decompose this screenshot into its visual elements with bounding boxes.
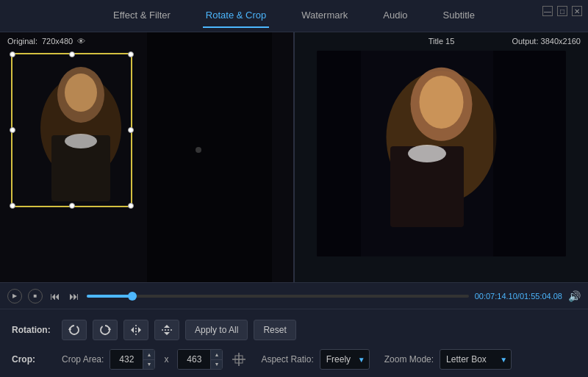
crop-overlay[interactable] [11,53,132,207]
tab-effect-filter[interactable]: Effect & Filter [110,4,173,28]
center-crop-icon[interactable] [229,349,249,370]
rotate-left-icon [68,323,81,337]
crop-width-spinbox[interactable]: ▲ ▼ [110,349,155,370]
aspect-ratio-label: Aspect Ratio: [261,354,313,365]
original-resolution: 720x480 [42,37,73,46]
crop-handle-br[interactable] [128,203,134,209]
crop-handle-bl[interactable] [10,203,15,209]
title-label: Title 15 [429,37,455,46]
close-button[interactable]: ✕ [572,6,582,16]
width-down-button[interactable]: ▼ [143,360,154,370]
rotation-label: Rotation: [12,325,56,335]
stop-button[interactable]: ■ [28,289,43,304]
tab-rotate-crop[interactable]: Rotate & Crop [203,4,269,28]
svg-marker-23 [164,332,170,335]
flip-vertical-button[interactable] [154,320,179,340]
tab-bar: Effect & Filter Rotate & Crop Watermark … [0,0,588,32]
crop-handle-tc[interactable] [69,51,75,57]
preview-left: Original: 720x480 👁 [0,32,295,282]
svg-rect-6 [147,32,272,282]
preview-area: Original: 720x480 👁 [0,32,588,282]
svg-point-7 [196,147,201,153]
flip-h-icon [129,323,143,337]
window-controls: — □ ✕ [542,6,582,16]
output-label: Output: 3840x2160 [512,37,581,46]
aspect-ratio-wrap: Freely 16:9 4:3 1:1 9:16 ▼ [320,349,370,370]
crop-height-input[interactable] [178,350,210,369]
progress-fill [87,295,132,298]
right-video-frame [317,51,566,256]
original-label: Original: 720x480 👁 [7,37,85,46]
height-down-button[interactable]: ▼ [211,360,222,370]
svg-point-13 [408,145,446,162]
svg-marker-20 [138,327,141,333]
controls-area: Rotation: [0,309,588,377]
time-display: 00:07:14.10/01:55:04.08 [475,292,562,301]
crop-handle-ml[interactable] [10,127,15,133]
rotation-reset-button[interactable]: Reset [254,320,295,340]
rotation-row: Rotation: [12,315,576,345]
svg-marker-19 [131,327,134,333]
visibility-toggle[interactable]: 👁 [77,37,85,46]
crop-handle-bc[interactable] [69,203,75,209]
crop-handle-mr[interactable] [128,127,134,133]
prev-button[interactable]: ⏮ [49,290,62,302]
flip-horizontal-button[interactable] [123,320,148,340]
rotate-left-button[interactable] [62,320,87,340]
tab-audio[interactable]: Audio [380,4,410,28]
crop-height-spinbox[interactable]: ▲ ▼ [177,349,223,370]
apply-all-button[interactable]: Apply to All [185,320,248,340]
crop-handle-tr[interactable] [128,51,134,57]
crop-row: Crop: Crop Area: ▲ ▼ x ▲ ▼ [12,345,576,374]
playback-bar: ▶ ■ ⏮ ⏭ 00:07:14.10/01:55:04.08 🔊 [0,282,588,309]
zoom-mode-wrap: Letter Box Pan & Scan Full ▼ [440,349,512,370]
crop-label: Crop: [12,354,56,365]
svg-marker-22 [164,325,170,328]
zoom-mode-select[interactable]: Letter Box Pan & Scan Full [440,349,512,370]
tab-subtitle[interactable]: Subtitle [440,4,478,28]
canvas-area [0,32,293,282]
height-up-button[interactable]: ▲ [211,350,222,360]
height-spinners: ▲ ▼ [210,350,222,369]
rotate-right-button[interactable] [93,320,118,340]
tab-watermark[interactable]: Watermark [298,4,351,28]
zoom-mode-label: Zoom Mode: [384,354,434,365]
aspect-ratio-select[interactable]: Freely 16:9 4:3 1:1 9:16 [320,349,370,370]
svg-rect-14 [317,51,361,256]
rotate-right-icon [98,323,112,337]
maximize-button[interactable]: □ [557,6,567,16]
play-button[interactable]: ▶ [7,289,22,304]
width-spinners: ▲ ▼ [143,350,154,369]
x-separator: x [164,354,168,365]
preview-right: Title 15 Output: 3840x2160 [295,32,588,282]
width-up-button[interactable]: ▲ [143,350,154,360]
progress-thumb [128,292,137,301]
next-button[interactable]: ⏭ [68,290,81,302]
volume-icon[interactable]: 🔊 [568,290,581,302]
flip-v-icon [160,323,173,337]
crop-handle-tl[interactable] [10,51,15,57]
minimize-button[interactable]: — [542,6,553,16]
original-text: Original: [7,37,37,46]
crop-area-label: Crop Area: [62,354,104,365]
svg-rect-15 [493,51,566,256]
crop-width-input[interactable] [110,350,143,369]
svg-point-11 [420,76,464,129]
progress-bar[interactable] [87,295,469,298]
